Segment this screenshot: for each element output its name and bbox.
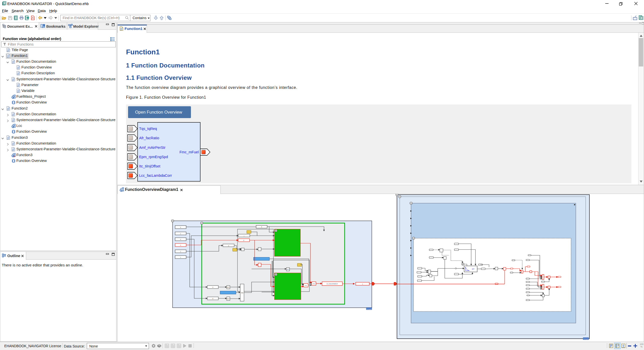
svg-text:Afr_facRatio: Afr_facRatio xyxy=(139,136,159,140)
svg-text:NOT: NOT xyxy=(227,298,230,300)
svg-text:8: 8 xyxy=(261,226,262,228)
svg-text:2: 2 xyxy=(180,251,181,252)
svg-text:NOT: NOT xyxy=(227,287,230,288)
svg-text:Fmc_mFuel: Fmc_mFuel xyxy=(179,150,199,154)
svg-text:c: c xyxy=(14,155,15,157)
svg-text:Itc_tiInjOffset: Itc_tiInjOffset xyxy=(139,164,160,168)
svg-text:NOT: NOT xyxy=(287,269,289,270)
svg-text:Compact: Compact xyxy=(366,308,372,310)
svg-text:Amf_mAirPerStr: Amf_mAirPerStr xyxy=(139,146,166,150)
svg-text:Compact: Compact xyxy=(583,338,589,340)
svg-text:DT: DT xyxy=(472,268,474,270)
svg-text:2: 2 xyxy=(180,233,181,234)
svg-text:6: 6 xyxy=(180,227,181,228)
svg-text:-1: -1 xyxy=(228,245,229,247)
svg-text:<: < xyxy=(244,235,245,237)
svg-text:==1: ==1 xyxy=(305,285,307,286)
svg-text:1: 1 xyxy=(362,283,363,285)
svg-text:Lcc_facLambdaCorr: Lcc_facLambdaCorr xyxy=(327,283,338,285)
svg-text:Lcc_facLambdaCorr: Lcc_facLambdaCorr xyxy=(139,173,172,178)
svg-text:1: 1 xyxy=(180,257,181,258)
svg-text:Tqs_tqReq: Tqs_tqReq xyxy=(139,127,157,131)
svg-text:AND: AND xyxy=(241,292,244,294)
svg-text:==1: ==1 xyxy=(313,283,315,285)
svg-text:Epm_rpmEngSpd: Epm_rpmEngSpd xyxy=(139,155,168,159)
svg-text:4: 4 xyxy=(180,239,181,240)
svg-text:3: 3 xyxy=(180,244,181,246)
